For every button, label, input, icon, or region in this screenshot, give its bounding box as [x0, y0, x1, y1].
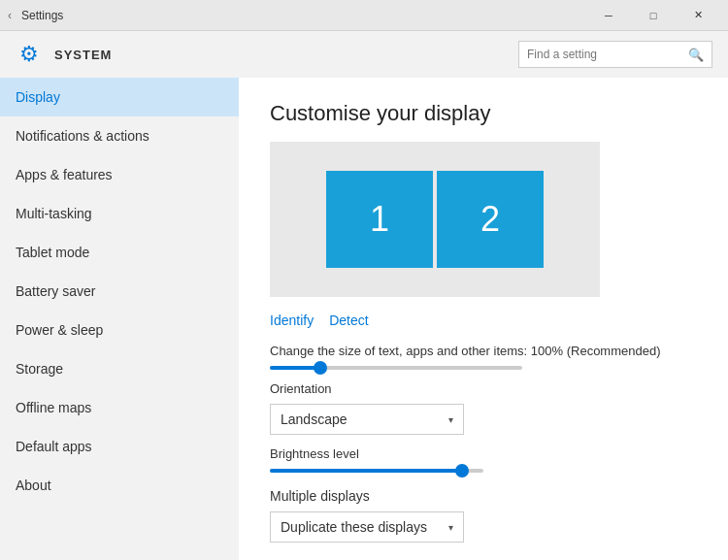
maximize-button[interactable]: □ [631, 0, 676, 31]
orientation-label: Orientation [270, 381, 697, 396]
sidebar-label-tablet-mode: Tablet mode [16, 245, 89, 260]
sidebar-item-offline-maps[interactable]: Offline maps [0, 388, 239, 427]
back-button[interactable]: ‹ [8, 9, 12, 22]
sidebar-label-multi-tasking: Multi-tasking [16, 206, 92, 221]
sidebar-label-display: Display [16, 89, 60, 105]
brightness-label: Brightness level [270, 446, 697, 461]
page-title: Customise your display [270, 101, 697, 126]
screen-1: 1 [326, 171, 433, 268]
multiple-displays-dropdown[interactable]: Duplicate these displays ▾ [270, 511, 464, 543]
sidebar-item-notifications[interactable]: Notifications & actions [0, 116, 239, 155]
search-icon: 🔍 [688, 48, 704, 62]
display-preview: 1 2 [270, 142, 600, 297]
sidebar-label-about: About [16, 478, 51, 493]
sidebar-item-power-sleep[interactable]: Power & sleep [0, 311, 239, 349]
title-bar: ‹ Settings ─ □ ✕ [0, 0, 728, 31]
brightness-slider-track[interactable] [270, 469, 483, 473]
size-slider-track[interactable] [270, 366, 522, 370]
gear-icon: ⚙ [16, 41, 43, 68]
window-title: Settings [21, 9, 586, 22]
chevron-down-icon-2: ▾ [448, 522, 453, 533]
content-area: Customise your display 1 2 Identify Dete… [239, 78, 728, 560]
sidebar-item-default-apps[interactable]: Default apps [0, 427, 239, 466]
chevron-down-icon: ▾ [448, 414, 453, 425]
detect-button[interactable]: Detect [329, 313, 368, 328]
sidebar: Display Notifications & actions Apps & f… [0, 78, 239, 560]
sidebar-item-display[interactable]: Display [0, 78, 239, 116]
multiple-displays-value: Duplicate these displays [281, 519, 427, 535]
sidebar-label-apps-features: Apps & features [16, 167, 113, 182]
identify-button[interactable]: Identify [270, 313, 314, 328]
size-label: Change the size of text, apps and other … [270, 344, 697, 358]
sidebar-label-power-sleep: Power & sleep [16, 322, 103, 338]
multiple-displays-label: Multiple displays [270, 488, 697, 504]
app-body: Display Notifications & actions Apps & f… [0, 78, 728, 560]
search-box[interactable]: 🔍 [518, 41, 712, 68]
sidebar-label-offline-maps: Offline maps [16, 400, 91, 415]
search-input[interactable] [527, 48, 688, 61]
sidebar-item-apps-features[interactable]: Apps & features [0, 155, 239, 194]
app-header: ⚙ SYSTEM 🔍 [0, 31, 728, 78]
sidebar-item-tablet-mode[interactable]: Tablet mode [0, 233, 239, 272]
sidebar-label-storage: Storage [16, 361, 63, 377]
sidebar-item-about[interactable]: About [0, 466, 239, 505]
screen-1-label: 1 [370, 199, 389, 240]
close-button[interactable]: ✕ [676, 0, 720, 31]
app-title: SYSTEM [54, 48, 507, 62]
minimize-button[interactable]: ─ [586, 0, 631, 31]
brightness-slider-thumb[interactable] [455, 464, 469, 478]
sidebar-item-multi-tasking[interactable]: Multi-tasking [0, 194, 239, 233]
sidebar-item-storage[interactable]: Storage [0, 349, 239, 388]
screen-2: 2 [437, 171, 544, 268]
window-controls: ─ □ ✕ [586, 0, 720, 31]
orientation-value: Landscape [281, 412, 347, 427]
display-screens: 1 2 [326, 171, 544, 268]
sidebar-label-battery-saver: Battery saver [16, 283, 95, 299]
links-row: Identify Detect [270, 313, 697, 328]
sidebar-item-battery-saver[interactable]: Battery saver [0, 272, 239, 311]
app-container: ⚙ SYSTEM 🔍 Display Notifications & actio… [0, 31, 728, 560]
sidebar-label-notifications: Notifications & actions [16, 128, 149, 144]
screen-2-label: 2 [480, 199, 500, 240]
size-slider-thumb[interactable] [314, 361, 327, 375]
brightness-slider-fill [270, 469, 462, 473]
orientation-dropdown[interactable]: Landscape ▾ [270, 404, 464, 435]
sidebar-label-default-apps: Default apps [16, 439, 92, 454]
